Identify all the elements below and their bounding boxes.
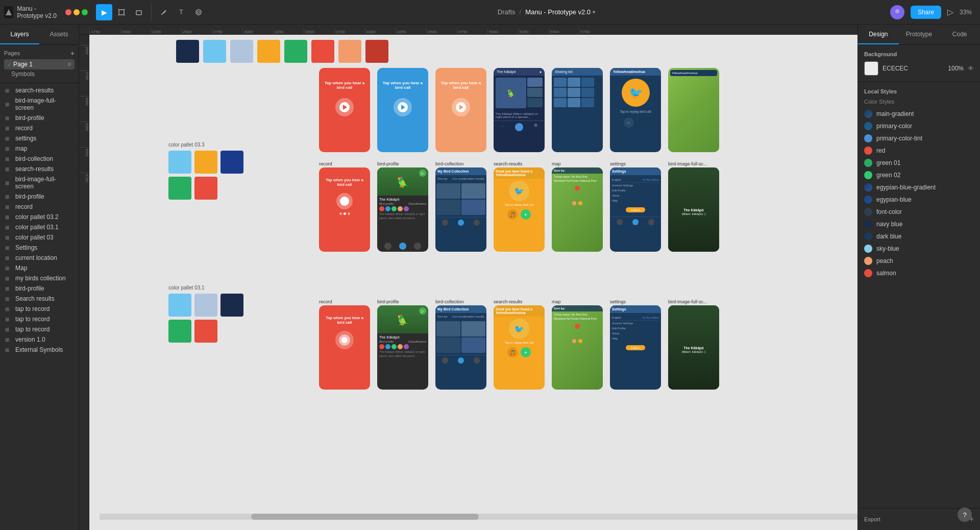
phone-r2-bird-profile[interactable]: 🦜 ▷ The Kākāpō Bird profile Classificati… <box>377 167 428 252</box>
style-dark-blue[interactable]: dark blue <box>864 230 974 243</box>
page-item-1[interactable]: ✓ Page 1 ⚙ <box>4 59 75 69</box>
comment-tool[interactable] <box>190 4 207 20</box>
layer-my-birds-collection[interactable]: ⊞ my birds collection <box>0 273 79 283</box>
phone-yellowhead[interactable]: Yellowhead/mohua 🐦 Tap to replay bird ca… <box>610 68 661 152</box>
text-tool[interactable]: T <box>173 4 189 20</box>
phone-r3-search[interactable]: Great you have found a Yellowhead/mohua … <box>494 305 545 390</box>
play-button[interactable]: ▷ <box>947 7 953 17</box>
style-green02[interactable]: green 02 <box>864 169 974 181</box>
frame-tool[interactable] <box>113 4 130 20</box>
layer-search-results-1[interactable]: ⊞ search-results <box>0 85 79 95</box>
layer-settings-1[interactable]: ⊞ settings <box>0 133 79 143</box>
maximize-button[interactable] <box>82 9 88 15</box>
layer-tap-to-record-3[interactable]: ⊞ tap to record <box>0 324 79 334</box>
phone-r2-full-screen[interactable]: The Kākāpō(Māori: kākāpō) :) <box>668 167 719 252</box>
style-primary-color[interactable]: primary-color <box>864 120 974 132</box>
share-button[interactable]: Share <box>911 6 941 19</box>
phone-record-blue[interactable]: Tap when you hear a bird call <box>377 68 428 152</box>
canvas-content[interactable]: color pallet 03.3 color pallet 03.1 <box>89 35 857 520</box>
phone-record-orange[interactable]: Tap when you hear a bird call <box>435 68 486 152</box>
style-primary-color-tint[interactable]: primary-color-tint <box>864 132 974 144</box>
background-opacity[interactable]: 100% <box>948 65 964 72</box>
tab-design[interactable]: Design <box>858 25 899 44</box>
layer-tap-to-record-1[interactable]: ⊞ tap to record <box>0 304 79 314</box>
layer-bird-profile-1[interactable]: ⊞ bird-profile <box>0 113 79 123</box>
ruler-mark: 4250 <box>396 28 426 34</box>
layer-map-1[interactable]: ⊞ map <box>0 143 79 154</box>
phone-map-green[interactable]: Yellowhead/mohua <box>668 68 719 152</box>
style-green01[interactable]: green 01 <box>864 157 974 169</box>
phone-r3-map[interactable]: Sort by: Tūhoe status: My Bird Only West… <box>552 305 603 390</box>
ruler-mark: 2500 <box>181 28 212 34</box>
phone-r3-collection[interactable]: My Bird Collection Sort by:Cor combinati… <box>435 305 486 390</box>
background-hex[interactable]: ECECEC <box>883 65 944 72</box>
layer-bird-image-full-screen-1[interactable]: ⊞ bird-image-full-screen <box>0 95 79 113</box>
style-sky-blue[interactable]: sky-blue <box>864 243 974 255</box>
layer-current-location[interactable]: ⊞ current location <box>0 253 79 263</box>
phone-r2-map[interactable]: Sort by: Tūhoe status: My Bird Only West… <box>552 167 603 252</box>
style-egypian-blue-gradient[interactable]: egypian-blue-gradient <box>864 181 974 194</box>
shape-tool[interactable] <box>131 4 147 20</box>
layer-search-results-3[interactable]: ⊞ Search results <box>0 294 79 304</box>
chevron-down-icon: ▾ <box>593 9 595 15</box>
ruler-mark: 1750 <box>89 28 120 34</box>
layer-record-1[interactable]: ⊞ record <box>0 123 79 133</box>
layer-bird-profile-3[interactable]: ⊞ bird-profile <box>0 283 79 294</box>
topbar-left: Manu - Prototype v2.0 <box>0 5 92 19</box>
style-red[interactable]: red <box>864 144 974 157</box>
layer-color-pallet-032[interactable]: ⊞ color pallet 03.2 <box>0 212 79 222</box>
help-button[interactable]: ? <box>958 508 972 522</box>
layer-bird-image-full-screen-2[interactable]: ⊞ bird-image-full-screen <box>0 174 79 191</box>
minimize-button[interactable] <box>74 9 80 15</box>
frame-icon: ⊞ <box>5 317 12 322</box>
phone-r3-bird-profile[interactable]: 🦜 ▷ The Kākāpō Bird profile Classificati… <box>377 305 428 390</box>
style-egypian-blue[interactable]: egypian-blue <box>864 194 974 206</box>
phone-r2-record[interactable]: Tap when you hear a bird call <box>319 167 370 252</box>
phone-r3-settings[interactable]: Settings EnglishTe Reo Māori Account Set… <box>610 305 661 390</box>
phone-r2-search[interactable]: Great you have found a Yellowhead/mohua … <box>494 167 545 252</box>
phone-record-red[interactable]: Tap when you hear a bird call <box>319 68 370 152</box>
move-tool[interactable]: ▶ <box>96 4 112 20</box>
user-avatar[interactable] <box>890 5 904 19</box>
layer-settings-2[interactable]: ⊞ Settings <box>0 243 79 253</box>
layer-version-10[interactable]: ⊞ version 1.0 <box>0 334 79 345</box>
layer-bird-collection[interactable]: ⊞ bird-collection <box>0 154 79 164</box>
ruler-vertical: 3500 3750 4000 4250 4500 4750 <box>79 35 89 530</box>
tab-prototype[interactable]: Prototype <box>899 25 940 44</box>
tab-layers[interactable]: Layers <box>0 25 39 44</box>
tab-code[interactable]: Code <box>939 25 980 44</box>
layer-map-2[interactable]: ⊞ Map <box>0 263 79 273</box>
tab-assets[interactable]: Assets <box>39 25 79 44</box>
close-button[interactable] <box>65 9 71 15</box>
phone-bird-detail[interactable]: The Kākāpō● 🦜 The Kākāpō (Māori: kākāpō)… <box>494 68 545 152</box>
style-navy-blue[interactable]: navy blue <box>864 218 974 230</box>
phone-r3-record[interactable]: Tap when you hear a bird call <box>319 305 370 390</box>
layer-color-pallet-03[interactable]: ⊞ color pallet 03 <box>0 232 79 243</box>
background-color-swatch[interactable] <box>864 61 878 76</box>
style-main-gradient[interactable]: main-gradient <box>864 108 974 120</box>
pen-tool[interactable] <box>156 4 172 20</box>
file-name-button[interactable]: Manu - Prototype v2.0 ▾ <box>525 8 595 16</box>
phone-bird-list[interactable]: Sharing list <box>552 68 603 152</box>
color-palette-031: color pallet 03.1 <box>168 285 243 343</box>
swatch <box>168 294 191 317</box>
layer-color-pallet-031[interactable]: ⊞ color pallet 03.1 <box>0 222 79 232</box>
phone-r3-full-screen[interactable]: The Kākāpō(Māori: kākāpō) :) <box>668 305 719 390</box>
page-symbols[interactable]: Symbols <box>4 69 75 79</box>
layer-tap-to-record-2[interactable]: ⊞ tap to record <box>0 314 79 324</box>
style-font-color[interactable]: font-color <box>864 206 974 218</box>
layer-external-symbols[interactable]: ⊞ External Symbols <box>0 345 79 355</box>
layer-bird-profile-2[interactable]: ⊞ bird-profile <box>0 191 79 202</box>
style-peach[interactable]: peach <box>864 255 974 267</box>
phone-r2-settings[interactable]: Settings EnglishTe Reo Māori Account Set… <box>610 167 661 252</box>
add-page-button[interactable]: + <box>70 49 75 57</box>
visibility-eye-icon[interactable]: 👁 <box>968 65 974 72</box>
swatch <box>194 151 217 174</box>
layer-search-results-2[interactable]: ⊞ search-results <box>0 164 79 174</box>
frame-label-settings-3: settings <box>610 299 661 304</box>
canvas-scrollbar-thumb[interactable] <box>251 514 479 520</box>
phone-r2-collection[interactable]: My Bird Collection Sort by:Cor combinati… <box>435 167 486 252</box>
canvas-scrollbar[interactable] <box>100 514 857 520</box>
layer-record-2[interactable]: ⊞ record <box>0 202 79 212</box>
style-salmon[interactable]: salmon <box>864 267 974 279</box>
